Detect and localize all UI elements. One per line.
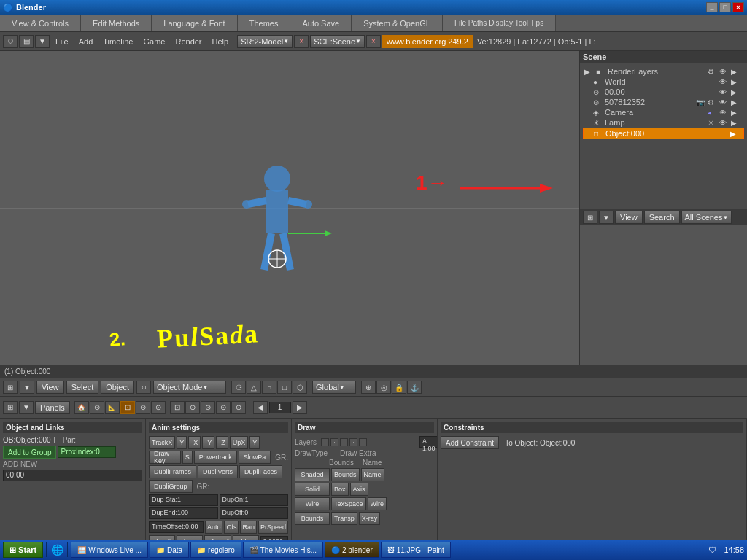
dup-off-field[interactable]: DupOff:0 [220,508,289,519]
tab-system-opengl[interactable]: System & OpenGL [352,15,443,31]
panel-icon-10[interactable]: ⊙ [216,401,231,414]
object-mode-dropdown[interactable]: Object Mode [153,381,226,394]
menu-file[interactable]: File [51,36,73,47]
panel-icon-8[interactable]: ⊙ [185,401,200,414]
dupli-faces-btn[interactable]: DupliFaces [239,465,282,478]
taskbar-windows-live[interactable]: 🪟 Windows Live ... [71,542,148,558]
start-button[interactable]: ⊞ Start [3,542,43,558]
lamp-eye-icon[interactable]: 👁 [719,119,729,127]
dupli-frames-btn[interactable]: DupliFrames [149,465,196,478]
bounds2-btn[interactable]: Bounds [295,512,330,525]
layer-5[interactable]: · [359,438,367,446]
track-neg-x-btn[interactable]: -X [188,436,201,449]
name-btn[interactable]: Name [361,468,384,481]
axis-btn[interactable]: Axis [350,483,368,496]
mode-icon-5[interactable]: ⬡ [293,381,307,394]
taskbar-data[interactable]: 📁 Data [150,542,189,558]
all-scenes-dropdown[interactable]: All Scenes [681,211,732,224]
view-select-label[interactable]: View [36,381,64,394]
mode-icon-4[interactable]: □ [277,381,292,394]
world-arrow-icon[interactable]: ▶ [731,78,741,86]
dupli-group-btn[interactable]: DupliGroup [149,480,193,493]
close-button[interactable]: × [732,2,744,12]
vt-grid-icon[interactable]: ⊞ [3,381,18,394]
renderlayers-arrow-icon[interactable]: ▶ [731,68,741,76]
layer-1[interactable]: · [321,438,329,446]
draw-key-btn[interactable]: Draw Key [149,451,181,464]
dup-end-field[interactable]: DupEnd:100 [149,508,218,519]
taskbar-paint[interactable]: 🖼 11.JPG - Paint [381,542,451,558]
track-y-btn[interactable]: Y [177,436,187,449]
prev-frame-icon[interactable]: ◀ [253,401,268,414]
up-y-btn[interactable]: Y [249,436,260,449]
scene-view-button[interactable]: View [615,211,643,224]
scene-grid-icon[interactable]: ⊞ [583,211,597,224]
tab-view-controls[interactable]: View & Controls [0,15,81,31]
dup-sta-field[interactable]: Dup Sta:1 [149,494,218,506]
auto-btn[interactable]: Auto [205,521,223,534]
object000-arrow-icon[interactable]: ▶ [730,130,740,138]
time-field[interactable]: 00:00 [3,470,142,481]
view-mode-icon[interactable]: ▤ [19,35,34,48]
bt-dropdown[interactable]: ▼ [19,401,34,414]
add-constraint-btn[interactable]: Add Constraint [441,436,499,449]
dropdown-arrow[interactable]: ▼ [35,35,50,48]
prspeed-btn[interactable]: PrSpeed [258,521,288,534]
panel-icon-7[interactable]: ⊡ [170,401,185,414]
menu-help[interactable]: Help [208,36,233,47]
507812352-arrow-icon[interactable]: ▶ [731,98,741,106]
next-frame-icon[interactable]: ▶ [293,401,307,414]
xray-btn[interactable]: X-ray [359,512,381,525]
0000-arrow-icon[interactable]: ▶ [731,88,741,96]
scene-close-icon[interactable]: × [366,35,381,48]
dup-on-field[interactable]: DupOn:1 [220,494,289,506]
renderlayers-eye-icon[interactable]: 👁 [719,68,729,76]
tab-edit-methods[interactable]: Edit Methods [81,15,152,31]
track-neg-y-btn[interactable]: -Y [202,436,214,449]
taskbar-movies[interactable]: 🎬 The Movies His... [243,542,323,558]
tree-item-object000[interactable]: □ Object:000 ▶ [583,128,744,139]
panel-icon-11[interactable]: ⊙ [231,401,246,414]
panels-button[interactable]: Panels [35,401,70,414]
tab-file-paths[interactable]: File Paths Display:Tool Tips [443,15,556,31]
scene-search-button[interactable]: Search [644,211,680,224]
tab-themes[interactable]: Themes [238,15,291,31]
maximize-button[interactable]: □ [719,2,731,12]
wire2-btn[interactable]: Wire [368,497,387,510]
layer-4[interactable]: · [349,438,357,446]
wire-btn[interactable]: Wire [295,497,330,510]
0000-eye-icon[interactable]: 👁 [719,88,729,96]
global-dropdown[interactable]: Global [312,381,356,394]
scene-dropdown[interactable]: SCE:Scene [310,35,365,48]
taskbar-antivirus-icon[interactable]: 🛡 [705,543,719,556]
menu-add[interactable]: Add [74,36,98,47]
camera-arrow-icon[interactable]: ▶ [731,109,741,117]
world-eye-icon[interactable]: 👁 [719,78,729,86]
507812352-settings-icon[interactable]: ⚙ [708,98,718,106]
lamp-arrow-icon[interactable]: ▶ [731,119,741,127]
frame-number[interactable]: 1 [269,402,291,413]
blender-menu-icon[interactable]: ⬡ [3,35,18,48]
menu-render[interactable]: Render [171,36,206,47]
taskbar-regolero[interactable]: 📁 regolero [190,542,241,558]
tree-item-507812352[interactable]: ⊙ 507812352 📷 ⚙ 👁 ▶ [583,97,744,107]
scene-dropdown-arrow[interactable]: ▼ [599,211,614,224]
tree-item-0000[interactable]: ⊙ 00.00 👁 ▶ [583,87,744,97]
tab-language-font[interactable]: Language & Font [152,15,237,31]
507812352-eye-icon[interactable]: 👁 [719,98,729,106]
dupli-verts-btn[interactable]: DupliVerts [198,465,238,478]
powertrack-btn[interactable]: Powertrack [194,451,237,464]
shaded-btn[interactable]: Shaded [295,468,330,481]
panel-icon-2[interactable]: ⊙ [90,401,104,414]
draw-key-s-btn[interactable]: S [182,451,193,464]
select-button[interactable]: Select [66,381,99,394]
texspace-btn[interactable]: TexSpace [331,497,366,510]
bt-grid-icon[interactable]: ⊞ [3,401,18,414]
track-x-btn[interactable]: TrackX [149,436,175,449]
panel-icon-6[interactable]: ⊙ [151,401,166,414]
mode-icon-2[interactable]: △ [247,381,261,394]
track-neg-z-btn[interactable]: -Z [216,436,228,449]
taskbar-blender[interactable]: 🔵 2 blender [325,542,379,558]
minimize-button[interactable]: _ [706,2,718,12]
panel-icon-1[interactable]: 🏠 [74,401,89,414]
